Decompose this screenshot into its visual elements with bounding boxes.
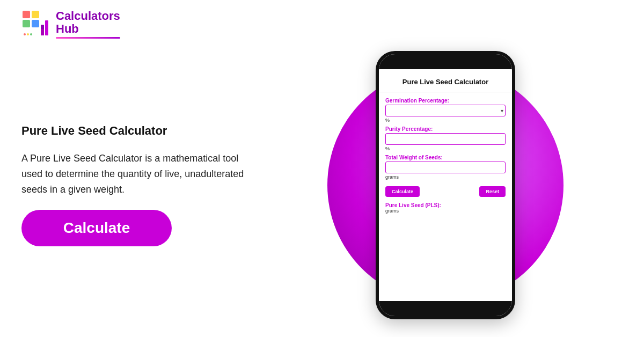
purity-unit: % [385, 146, 506, 151]
svg-rect-0 [23, 11, 30, 18]
svg-rect-1 [32, 11, 39, 18]
page-description: A Pure Live Seed Calculator is a mathema… [21, 151, 247, 197]
logo-icon [21, 10, 50, 39]
weight-field-group: Total Weight of Seeds: grams [385, 155, 506, 180]
phone-notch [427, 57, 464, 66]
svg-point-9 [30, 33, 32, 35]
phone-top-bar [379, 54, 512, 69]
left-panel: Pure Live Seed Calculator A Pure Live Se… [21, 124, 247, 246]
phone-title-bar: Pure Live Seed Calculator [379, 69, 512, 92]
phone-calculate-button[interactable]: Calculate [385, 186, 420, 197]
phone-reset-button[interactable]: Reset [479, 186, 506, 197]
svg-rect-6 [41, 29, 44, 35]
svg-point-8 [27, 33, 29, 35]
logo: Calculators Hub [21, 10, 120, 39]
germination-input[interactable] [385, 105, 506, 116]
phone-body: Germination Percentage: ▾ % Purity Perce… [379, 92, 512, 219]
phone-bottom-bar [379, 301, 512, 316]
germination-label: Germination Percentage: [385, 98, 506, 104]
weight-input[interactable] [385, 162, 506, 173]
germination-field-group: Germination Percentage: ▾ % [385, 98, 506, 123]
phone-result: Pure Live Seed (PLS): grams [385, 202, 506, 214]
svg-point-7 [24, 33, 26, 35]
phone-mockup: Pure Live Seed Calculator Germination Pe… [376, 51, 515, 319]
header: Calculators Hub [0, 0, 644, 44]
logo-text-line1: Calculators [56, 10, 120, 23]
logo-text-line2: Hub [56, 23, 120, 35]
svg-rect-3 [32, 20, 39, 27]
main-calculate-button[interactable]: Calculate [21, 210, 172, 246]
purity-label: Purity Percentage: [385, 126, 506, 132]
purity-input[interactable] [385, 133, 506, 145]
weight-label: Total Weight of Seeds: [385, 155, 506, 160]
weight-unit: grams [385, 174, 506, 180]
phone-result-unit: grams [385, 208, 506, 214]
germination-unit: % [385, 118, 506, 123]
logo-text-block: Calculators Hub [56, 10, 120, 39]
phone-title-text: Pure Live Seed Calculator [402, 78, 488, 86]
phone-buttons-row: Calculate Reset [385, 186, 506, 197]
logo-underline [56, 37, 120, 39]
purity-field-group: Purity Percentage: % [385, 126, 506, 151]
germination-input-wrapper: ▾ [385, 105, 506, 116]
page-title: Pure Live Seed Calculator [21, 124, 247, 138]
phone-result-label: Pure Live Seed (PLS): [385, 202, 506, 208]
svg-rect-5 [45, 20, 48, 35]
right-panel: Pure Live Seed Calculator Germination Pe… [268, 46, 623, 325]
main-content: Pure Live Seed Calculator A Pure Live Se… [0, 44, 644, 337]
phone-screen: Pure Live Seed Calculator Germination Pe… [379, 69, 512, 301]
svg-rect-2 [23, 20, 30, 27]
